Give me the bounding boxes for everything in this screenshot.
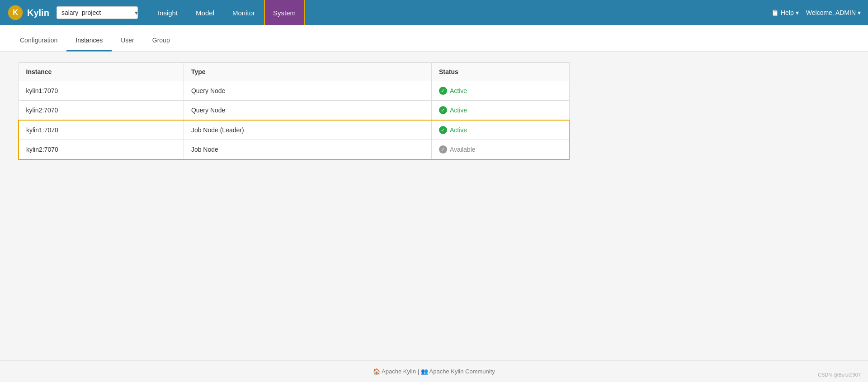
status-active: ✓ Active (439, 106, 562, 114)
help-label: Help (781, 9, 794, 16)
tab-group[interactable]: Group (143, 31, 179, 51)
help-button[interactable]: 📋 Help ▾ (771, 9, 799, 16)
help-icon: 📋 (771, 9, 779, 16)
nav-model[interactable]: Model (187, 0, 223, 25)
cell-status: ✓ Active (431, 101, 569, 121)
cell-status: ✓ Available (431, 140, 569, 160)
brand: K Kylin (7, 5, 49, 21)
nav-system[interactable]: System (264, 0, 305, 25)
instances-table-container: Instance Type Status kylin1:7070 Query N… (18, 62, 570, 160)
cell-instance: kylin1:7070 (19, 120, 184, 140)
status-active-icon: ✓ (439, 126, 447, 134)
cell-type: Query Node (184, 101, 431, 121)
cell-instance: kylin2:7070 (19, 140, 184, 160)
nav-links: Insight Model Monitor System (149, 0, 771, 25)
footer-home-icon: 🏠 (373, 368, 380, 375)
welcome-chevron-icon: ▾ (858, 9, 861, 16)
svg-text:K: K (13, 8, 18, 16)
project-select-input[interactable]: salary_project (57, 6, 138, 19)
status-available-icon: ✓ (439, 145, 447, 154)
footer-text2: Apache Kylin Community (429, 368, 495, 375)
cell-status: ✓ Active (431, 81, 569, 101)
tab-user[interactable]: User (112, 31, 143, 51)
cell-type: Job Node (184, 140, 431, 160)
table-row-highlighted: kylin2:7070 Job Node ✓ Available (19, 140, 569, 160)
footer-text1: Apache Kylin (382, 368, 416, 375)
footer-separator: | (418, 368, 419, 375)
status-text: Active (450, 87, 467, 94)
cell-type: Query Node (184, 81, 431, 101)
tab-configuration[interactable]: Configuration (11, 31, 66, 51)
project-selector[interactable]: salary_project (57, 6, 142, 19)
watermark: CSDN @Bulut0907 (818, 372, 861, 377)
tab-instances[interactable]: Instances (66, 31, 112, 51)
status-text: Active (450, 107, 467, 114)
nav-monitor[interactable]: Monitor (223, 0, 264, 25)
col-status: Status (431, 63, 569, 81)
cell-instance: kylin1:7070 (19, 81, 184, 101)
status-active: ✓ Active (439, 87, 562, 95)
cell-instance: kylin2:7070 (19, 101, 184, 121)
col-type: Type (184, 63, 431, 81)
footer-community-icon: 👥 (421, 368, 428, 375)
status-active-icon: ✓ (439, 106, 447, 114)
table-row-highlighted: kylin1:7070 Job Node (Leader) ✓ Active (19, 120, 569, 140)
navbar-right: 📋 Help ▾ Welcome, ADMIN ▾ (771, 9, 861, 16)
kylin-logo-icon: K (7, 5, 24, 21)
status-available: ✓ Available (439, 145, 561, 154)
brand-label: Kylin (27, 8, 49, 18)
nav-insight[interactable]: Insight (149, 0, 187, 25)
status-text: Available (450, 146, 476, 153)
tabs-bar: Configuration Instances User Group (0, 25, 868, 51)
footer: 🏠 Apache Kylin | 👥 Apache Kylin Communit… (0, 360, 868, 382)
table-header-row: Instance Type Status (19, 63, 569, 81)
welcome-label: Welcome, ADMIN (806, 9, 856, 16)
table-row: kylin1:7070 Query Node ✓ Active (19, 81, 569, 101)
table-row: kylin2:7070 Query Node ✓ Active (19, 101, 569, 121)
col-instance: Instance (19, 63, 184, 81)
status-active: ✓ Active (439, 126, 561, 134)
navbar: K Kylin salary_project Insight Model Mon… (0, 0, 868, 25)
status-text: Active (450, 126, 467, 134)
main-content: Instance Type Status kylin1:7070 Query N… (0, 51, 868, 360)
cell-type: Job Node (Leader) (184, 120, 431, 140)
status-active-icon: ✓ (439, 87, 447, 95)
instances-table: Instance Type Status kylin1:7070 Query N… (18, 62, 570, 160)
cell-status: ✓ Active (431, 120, 569, 140)
welcome-button[interactable]: Welcome, ADMIN ▾ (806, 9, 861, 16)
help-chevron-icon: ▾ (796, 9, 799, 16)
